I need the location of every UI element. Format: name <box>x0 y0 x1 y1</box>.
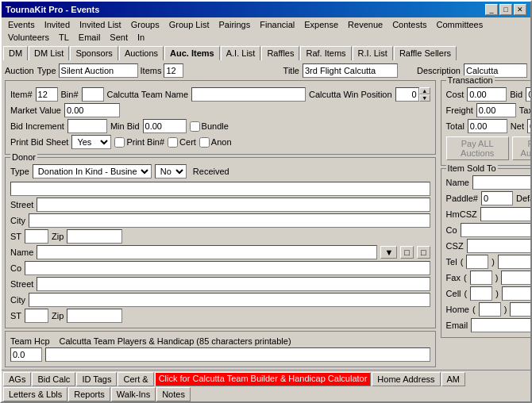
donor-name-input[interactable] <box>37 245 377 259</box>
freight-input[interactable] <box>476 103 516 117</box>
donor-received-select[interactable]: No Yes <box>155 164 187 178</box>
donor-co2-input[interactable] <box>25 261 430 275</box>
sold-cell-input[interactable] <box>502 286 530 301</box>
sold-cell-area[interactable] <box>470 286 492 301</box>
minimize-button[interactable]: _ <box>485 4 498 15</box>
team-players-input[interactable] <box>45 347 430 362</box>
sold-co-input[interactable] <box>461 223 530 237</box>
donor-st2-input[interactable] <box>25 309 48 323</box>
sold-tel-area[interactable] <box>466 255 488 269</box>
bottom-tab-walk-ins[interactable]: Walk-Ins <box>111 387 156 401</box>
bottom-tab-ags[interactable]: AGs <box>3 372 31 386</box>
sold-csz-input[interactable] <box>467 239 530 253</box>
team-hcp-input[interactable] <box>10 347 42 362</box>
menu-pairings[interactable]: Pairings <box>214 18 255 31</box>
menu-invited[interactable]: Invited <box>40 18 75 31</box>
menu-financial[interactable]: Financial <box>255 18 299 31</box>
sold-fax-input[interactable] <box>501 271 530 285</box>
bid-increment-input[interactable] <box>67 119 107 133</box>
menu-in[interactable]: In <box>133 31 149 44</box>
items-input[interactable] <box>164 63 183 78</box>
menu-committees[interactable]: Committees <box>432 18 488 31</box>
win-pos-up[interactable]: ▲ <box>419 87 430 94</box>
bottom-tab-reports[interactable]: Reports <box>68 387 110 401</box>
bundle-checkbox[interactable] <box>190 121 200 132</box>
title-input[interactable] <box>303 63 398 78</box>
tab-raffle-sellers[interactable]: Raffle Sellers <box>394 46 457 60</box>
auction-type-input[interactable] <box>59 63 138 78</box>
bin-input[interactable] <box>82 87 104 102</box>
tab-auctions[interactable]: Auctions <box>119 46 164 60</box>
maximize-button[interactable]: □ <box>499 4 512 15</box>
bottom-tab-home-address[interactable]: Home Address <box>372 372 440 386</box>
cost-input[interactable] <box>467 87 507 102</box>
tab-raffles[interactable]: Raffles <box>261 46 299 60</box>
close-button[interactable]: ✕ <box>514 4 526 15</box>
sold-home-area[interactable] <box>479 302 501 317</box>
bottom-tab-cert[interactable]: Cert & <box>118 372 153 386</box>
menu-revenue[interactable]: Revenue <box>343 18 387 31</box>
anon-checkbox[interactable] <box>199 137 210 148</box>
total-input[interactable] <box>468 119 507 133</box>
sold-fax-area[interactable] <box>470 271 492 285</box>
menu-group-list[interactable]: Group List <box>164 18 214 31</box>
sold-paddle-input[interactable] <box>481 191 513 205</box>
min-bid-input[interactable] <box>143 119 187 133</box>
donor-street-input[interactable] <box>37 198 430 212</box>
donor-zip-input[interactable] <box>67 229 122 244</box>
donor-type-label: Type <box>10 167 29 176</box>
tab-dm-list[interactable]: DM List <box>29 46 69 60</box>
print-bid-select[interactable]: Yes No <box>71 135 111 149</box>
donor-st-label: ST <box>10 232 21 241</box>
menu-contests[interactable]: Contests <box>387 18 431 31</box>
donor-name-btn3[interactable]: □ <box>417 246 430 259</box>
donor-city-input[interactable] <box>29 213 430 228</box>
sold-hmcsz-input[interactable] <box>480 207 530 221</box>
bottom-tab-bid-calc[interactable]: Bid Calc <box>32 372 75 386</box>
tab-raf-items[interactable]: Raf. Items <box>300 46 351 60</box>
item-row1: Item# Bin# Calcutta Team Name Calcutta W… <box>10 87 430 102</box>
donor-name-btn2[interactable]: □ <box>400 246 414 259</box>
win-pos-input[interactable] <box>395 87 419 102</box>
menu-invited-list[interactable]: Invited List <box>75 18 126 31</box>
tab-dm[interactable]: DM <box>3 46 28 60</box>
donor-st-input[interactable] <box>25 229 48 244</box>
tab-sponsors[interactable]: Sponsors <box>70 46 118 60</box>
cert-checkbox[interactable] <box>168 137 178 148</box>
bottom-tab-id-tags[interactable]: ID Tags <box>76 372 117 386</box>
bottom-tab-notes[interactable]: Notes <box>156 387 191 401</box>
sold-home-input[interactable] <box>510 302 530 317</box>
menu-tl[interactable]: TL <box>54 31 74 44</box>
win-pos-down[interactable]: ▼ <box>419 94 430 102</box>
donor-zip2-input[interactable] <box>67 309 122 323</box>
sold-name-input[interactable] <box>472 175 530 190</box>
menu-groups[interactable]: Groups <box>126 18 164 31</box>
content-area: Auction Type Items Title Description Ite… <box>2 60 530 370</box>
sold-email-input[interactable] <box>471 318 530 332</box>
donor-co-input[interactable] <box>10 182 430 196</box>
donor-name-btn[interactable]: ▼ <box>380 246 397 259</box>
donor-type-select[interactable]: Donation In Kind - Business <box>33 164 152 178</box>
bid-input[interactable] <box>526 87 530 102</box>
sold-tel-input[interactable] <box>498 255 530 269</box>
net-input[interactable] <box>527 119 530 133</box>
tab-ri-list[interactable]: R.I. List <box>353 46 393 60</box>
menu-events[interactable]: Events <box>3 18 40 31</box>
menu-volunteers[interactable]: Volunteers <box>3 31 54 44</box>
bottom-tab-letters[interactable]: Letters & Lbls <box>3 387 67 401</box>
tab-ai-list[interactable]: A.I. List <box>221 46 261 60</box>
donor-city2-input[interactable] <box>29 293 430 307</box>
donor-street2-input[interactable] <box>37 277 430 291</box>
sold-name-row: Name ▼ <box>446 175 530 190</box>
print-bin-checkbox[interactable] <box>114 137 125 148</box>
sold-hmcsz-label: HmCSZ <box>446 209 477 219</box>
team-name-input[interactable] <box>191 87 306 102</box>
item-num-input[interactable] <box>36 87 58 102</box>
menu-sent[interactable]: Sent <box>105 31 133 44</box>
item-row2: Market Value <box>10 103 430 117</box>
menu-email[interactable]: Email <box>74 31 106 44</box>
tab-auc-items[interactable]: Auc. Items <box>164 46 220 60</box>
menu-expense[interactable]: Expense <box>299 18 343 31</box>
market-value-input[interactable] <box>64 103 120 117</box>
bottom-tab-am[interactable]: AM <box>441 372 466 386</box>
